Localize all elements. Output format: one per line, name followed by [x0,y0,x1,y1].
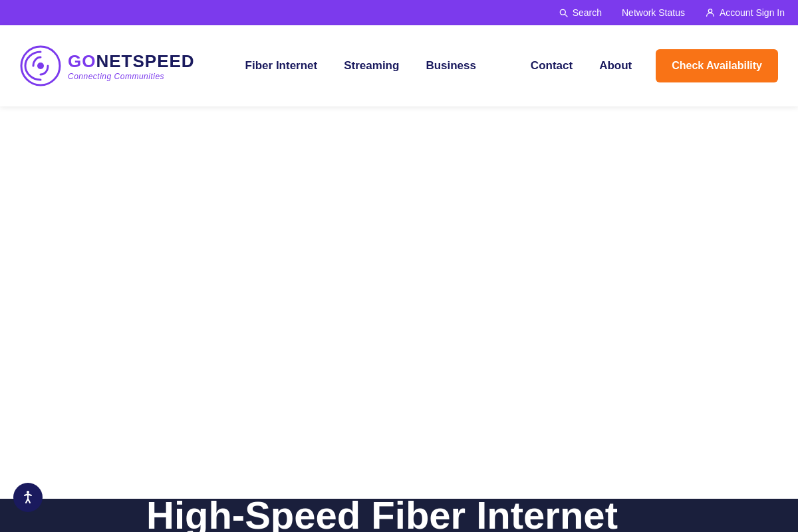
main-nav: GONETSPEED Connecting Communities Fiber … [0,25,798,106]
logo-icon [20,45,61,86]
account-icon [705,7,716,18]
nav-link-fiber-internet[interactable]: Fiber Internet [235,54,329,78]
svg-point-0 [708,9,712,13]
search-label: Search [573,7,602,18]
network-status-label: Network Status [622,7,685,18]
hero-title: High-Speed Fiber Internet [146,494,618,532]
network-status-link[interactable]: Network Status [622,7,685,18]
search-icon [558,7,569,18]
logo-tagline: Connecting Communities [68,72,195,81]
logo[interactable]: GONETSPEED Connecting Communities [20,45,195,86]
accessibility-button[interactable] [13,483,43,512]
nav-links: Fiber Internet Streaming Business Contac… [235,54,643,78]
account-sign-in-link[interactable]: Account Sign In [705,7,785,18]
svg-point-2 [37,63,44,69]
svg-point-3 [27,491,29,493]
logo-text: GONETSPEED Connecting Communities [68,51,195,81]
account-sign-in-label: Account Sign In [720,7,785,18]
nav-link-business[interactable]: Business [415,54,487,78]
nav-link-streaming[interactable]: Streaming [333,54,410,78]
bottom-section: High-Speed Fiber Internet [0,499,798,532]
logo-name: GONETSPEED [68,51,195,72]
nav-link-contact[interactable]: Contact [520,54,583,78]
accessibility-icon [20,489,36,505]
check-availability-label: Check Availability [672,60,762,72]
main-content [0,106,798,499]
nav-link-about[interactable]: About [589,54,642,78]
check-availability-button[interactable]: Check Availability [656,49,778,82]
search-link[interactable]: Search [558,7,602,18]
utility-bar: Search Network Status Account Sign In [0,0,798,25]
